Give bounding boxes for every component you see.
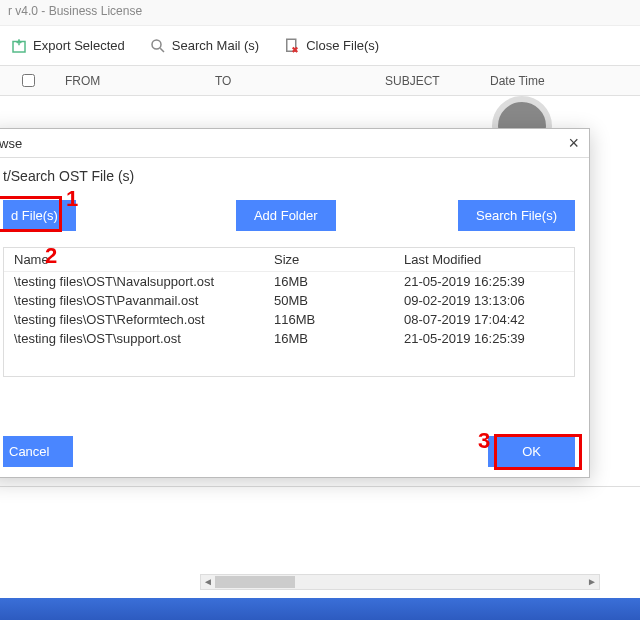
scroll-left-icon[interactable]: ◄ [201,575,215,589]
window-title: r v4.0 - Business License [8,4,142,18]
search-file-button[interactable]: Search File(s) [458,200,575,231]
select-all-checkbox[interactable] [22,74,35,87]
scroll-right-icon[interactable]: ► [585,575,599,589]
horizontal-scrollbar[interactable]: ◄ ► [200,574,600,590]
annotation-box-1 [0,196,62,232]
file-modified: 21-05-2019 16:25:39 [404,274,564,289]
cancel-button[interactable]: Cancel [3,436,73,467]
dialog-title-text: wse [0,136,22,151]
file-row[interactable]: \testing files\OST\support.ost 16MB 21-0… [4,329,574,348]
export-selected-button[interactable]: Export Selected [0,33,135,59]
file-name: \testing files\OST\Pavanmail.ost [14,293,274,308]
header-modified[interactable]: Last Modified [404,252,564,267]
mail-list-header: FROM TO SUBJECT Date Time [0,66,640,96]
scrollbar-thumb[interactable] [215,576,295,588]
file-size: 116MB [274,312,404,327]
header-size[interactable]: Size [274,252,404,267]
close-label: Close File(s) [306,38,379,53]
export-icon [10,37,28,55]
annotation-number-1: 1 [66,186,78,212]
search-label: Search Mail (s) [172,38,259,53]
column-to[interactable]: TO [215,74,385,88]
add-folder-button[interactable]: Add Folder [236,200,336,231]
file-name: \testing files\OST\Reformtech.ost [14,312,274,327]
export-label: Export Selected [33,38,125,53]
file-size: 16MB [274,274,404,289]
dialog-subtitle: t/Search OST File (s) [0,158,589,194]
status-bar [0,598,640,620]
dialog-button-row: d File(s) Add Folder Search File(s) [0,194,589,241]
main-toolbar: Export Selected Search Mail (s) Close Fi… [0,26,640,66]
close-file-icon [283,37,301,55]
annotation-number-2: 2 [45,243,57,269]
column-datetime[interactable]: Date Time [490,74,610,88]
close-icon[interactable]: × [568,133,579,154]
file-modified: 08-07-2019 17:04:42 [404,312,564,327]
file-name: \testing files\OST\Navalsupport.ost [14,274,274,289]
svg-point-1 [152,40,161,49]
file-size: 16MB [274,331,404,346]
file-row[interactable]: \testing files\OST\Navalsupport.ost 16MB… [4,272,574,291]
file-row[interactable]: \testing files\OST\Reformtech.ost 116MB … [4,310,574,329]
file-size: 50MB [274,293,404,308]
file-modified: 09-02-2019 13:13:06 [404,293,564,308]
annotation-number-3: 3 [478,428,490,454]
annotation-box-3 [494,434,582,470]
search-icon [149,37,167,55]
search-mail-button[interactable]: Search Mail (s) [139,33,269,59]
close-file-button[interactable]: Close File(s) [273,33,389,59]
file-modified: 21-05-2019 16:25:39 [404,331,564,346]
column-from[interactable]: FROM [65,74,215,88]
file-name: \testing files\OST\support.ost [14,331,274,346]
file-row[interactable]: \testing files\OST\Pavanmail.ost 50MB 09… [4,291,574,310]
browse-dialog: wse × t/Search OST File (s) d File(s) Ad… [0,128,590,478]
dialog-title-bar: wse × [0,129,589,157]
bottom-area: ◄ ► [0,480,640,620]
window-title-bar: r v4.0 - Business License [0,0,640,26]
file-list: Name Size Last Modified \testing files\O… [3,247,575,377]
file-list-header: Name Size Last Modified [4,248,574,272]
